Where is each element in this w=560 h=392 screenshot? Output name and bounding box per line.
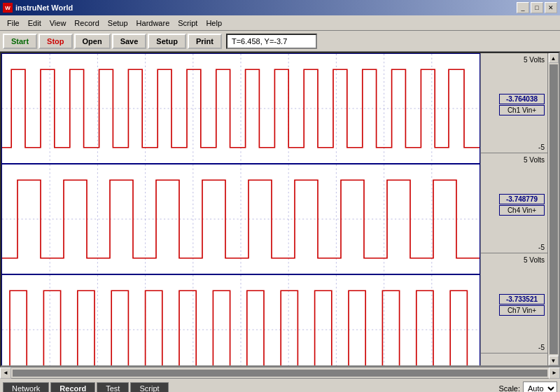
menu-help[interactable]: Help xyxy=(202,18,226,29)
save-button[interactable]: Save xyxy=(112,34,147,49)
channel-block-ch7: 5 Volts -3.733521 Ch7 Vin+ -5 xyxy=(481,253,547,353)
menu-hardware[interactable]: Hardware xyxy=(132,18,174,29)
bottom-bar: Network Record Test Script Scale: Auto 1… xyxy=(0,378,560,392)
ch7-label: Ch7 Vin+ xyxy=(499,305,545,316)
app-title: instruNet World xyxy=(15,4,73,12)
scale-label: Scale: xyxy=(498,384,520,393)
volt-label-ch7-bot: -5 xyxy=(538,344,545,351)
stop-button[interactable]: Stop xyxy=(38,34,72,49)
setup-button[interactable]: Setup xyxy=(148,34,186,49)
volt-label-ch1-bot: -5 xyxy=(538,144,545,151)
status-display: T=6.458, Y=-3.7 xyxy=(226,34,317,49)
chart-panel-ch7[interactable] xyxy=(1,274,480,365)
start-button[interactable]: Start xyxy=(3,34,37,49)
channel-block-ch1: 5 Volts -3.764038 Ch1 Vin+ -5 xyxy=(481,53,547,153)
charts-area: 0.9 1.8 2.7 3.6 4.5 5.4 6.3 7.2 8.1 9 Se… xyxy=(1,53,480,365)
chart-panel-ch1[interactable] xyxy=(1,53,480,164)
channel-info-area: 5 Volts -3.764038 Ch1 Vin+ -5 5 Volts -3… xyxy=(481,53,547,365)
minimize-button[interactable]: _ xyxy=(517,2,529,13)
ch1-label: Ch1 Vin+ xyxy=(499,105,545,115)
maximize-button[interactable]: □ xyxy=(531,2,543,13)
menu-script[interactable]: Script xyxy=(174,18,202,29)
tab-script[interactable]: Script xyxy=(130,382,168,393)
horizontal-scrollbar[interactable]: ◄ ► xyxy=(0,367,560,378)
menu-record[interactable]: Record xyxy=(70,18,103,29)
close-button[interactable]: ✕ xyxy=(545,2,557,13)
scroll-right-arrow[interactable]: ► xyxy=(549,368,560,379)
chart-svg-ch1 xyxy=(2,54,479,163)
chart-svg-ch7 xyxy=(2,275,479,365)
ch4-value: -3.748779 xyxy=(499,194,545,204)
chart-panel-ch4[interactable] xyxy=(1,164,480,274)
tab-network[interactable]: Network xyxy=(3,382,49,393)
volt-label-ch4-bot: -5 xyxy=(538,244,545,251)
tabs-area: Network Record Test Script xyxy=(3,382,169,393)
chart-svg-ch4 xyxy=(2,164,479,274)
ch1-value: -3.764038 xyxy=(499,94,545,104)
toolbar: Start Stop Open Save Setup Print T=6.458… xyxy=(0,31,560,52)
menu-bar: File Edit View Record Setup Hardware Scr… xyxy=(0,15,560,31)
menu-edit[interactable]: Edit xyxy=(24,18,46,29)
scroll-left-arrow[interactable]: ◄ xyxy=(0,368,11,379)
scroll-thumb[interactable] xyxy=(550,64,558,354)
volt-label-ch7-top: 5 Volts xyxy=(524,256,545,264)
tab-record[interactable]: Record xyxy=(50,382,95,393)
channel-block-ch4: 5 Volts -3.748779 Ch4 Vin+ -5 xyxy=(481,153,547,253)
print-button[interactable]: Print xyxy=(188,34,222,49)
ch7-value: -3.733521 xyxy=(499,294,545,304)
menu-setup[interactable]: Setup xyxy=(104,18,132,29)
volt-label-ch4-top: 5 Volts xyxy=(524,156,545,164)
title-bar: W instruNet World _ □ ✕ xyxy=(0,0,560,15)
volt-label-ch1-top: 5 Volts xyxy=(524,56,545,64)
window-controls[interactable]: _ □ ✕ xyxy=(517,2,557,13)
menu-view[interactable]: View xyxy=(46,18,71,29)
scale-area: Scale: Auto 1x 2x 5x 10x xyxy=(498,382,557,393)
vertical-scrollbar[interactable]: ▲ ▼ xyxy=(547,53,559,365)
sidebar-bottom-spacer xyxy=(481,353,547,365)
ch4-label: Ch4 Vin+ xyxy=(499,205,545,216)
tab-test[interactable]: Test xyxy=(97,382,129,393)
menu-file[interactable]: File xyxy=(3,18,24,29)
scroll-down-arrow[interactable]: ▼ xyxy=(549,356,559,365)
open-button[interactable]: Open xyxy=(74,34,111,49)
scroll-up-arrow[interactable]: ▲ xyxy=(549,53,559,63)
hscroll-track[interactable] xyxy=(13,370,547,377)
scale-select[interactable]: Auto 1x 2x 5x 10x xyxy=(523,382,557,393)
app-icon: W xyxy=(3,3,13,13)
